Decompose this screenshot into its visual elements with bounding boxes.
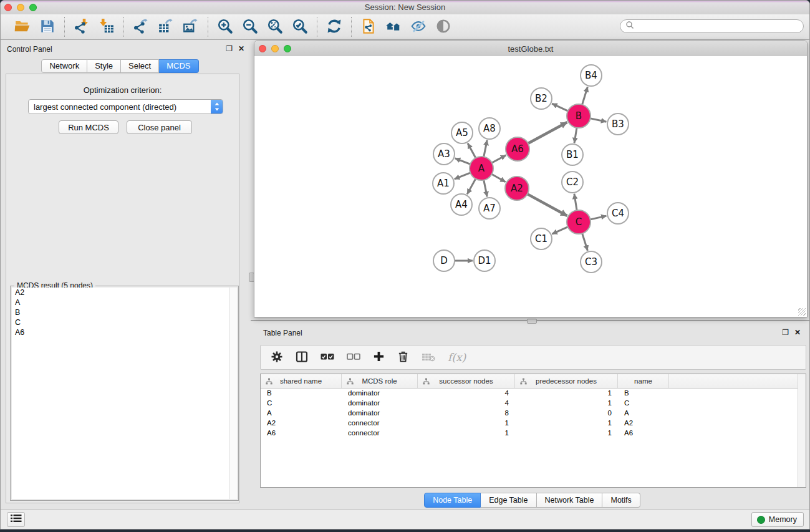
search-box[interactable]: [620, 19, 804, 33]
edge-B-B2[interactable]: [552, 104, 568, 111]
table-scrollbar[interactable]: [798, 374, 806, 487]
memory-button[interactable]: Memory: [751, 512, 804, 527]
export-network-button[interactable]: [130, 17, 152, 37]
control-panel-header: Control Panel ❐ ✕: [1, 40, 249, 59]
edge-B-B4[interactable]: [582, 87, 587, 105]
mcds-result-item[interactable]: A2: [12, 288, 229, 297]
column-header-name[interactable]: name: [618, 374, 669, 388]
edge-A-A2[interactable]: [491, 174, 506, 182]
status-bar: Memory: [1, 509, 809, 529]
result-list-scrollbar[interactable]: [229, 288, 237, 499]
show-columns-button[interactable]: [296, 351, 308, 365]
import-network-button[interactable]: [71, 17, 92, 37]
float-table-panel-icon[interactable]: ❐: [782, 328, 789, 337]
run-mcds-button[interactable]: Run MCDS: [59, 120, 118, 134]
select-all-rows-button[interactable]: [321, 352, 334, 363]
network-window-titlebar[interactable]: testGlobe.txt: [254, 41, 807, 57]
table-row[interactable]: Bdominator41B: [261, 388, 798, 398]
column-type-icon: [347, 378, 354, 386]
export-table-icon: [158, 18, 174, 36]
close-table-panel-icon[interactable]: ✕: [794, 328, 801, 337]
table-settings-button[interactable]: [271, 351, 283, 365]
edge-C-C4[interactable]: [590, 216, 607, 220]
edge-A-A1[interactable]: [455, 173, 471, 179]
table-cell: A6: [618, 429, 669, 437]
edge-A-A5[interactable]: [468, 143, 476, 158]
tab-network[interactable]: Network: [41, 59, 87, 73]
mcds-result-item[interactable]: C: [12, 317, 229, 327]
float-panel-icon[interactable]: ❐: [226, 44, 233, 53]
save-session-icon: [39, 18, 55, 36]
deselect-all-rows-button[interactable]: [347, 352, 360, 363]
criterion-dropdown[interactable]: largest connected component (directed): [28, 99, 223, 114]
table-row[interactable]: Adominator80A: [261, 408, 798, 418]
edge-A-A8[interactable]: [484, 140, 488, 158]
tab-mcds[interactable]: MCDS: [159, 59, 198, 73]
column-header-MCDS-role[interactable]: MCDS role: [342, 374, 418, 388]
close-panel-button[interactable]: Close panel: [127, 120, 192, 134]
network-from-document-button[interactable]: [358, 17, 379, 37]
refresh-view-button[interactable]: [324, 17, 345, 37]
zoom-out-button[interactable]: [239, 17, 261, 37]
column-header-successor-nodes[interactable]: successor nodes: [418, 374, 515, 388]
tab-node-table[interactable]: Node Table: [424, 493, 481, 508]
export-table-button[interactable]: [155, 17, 176, 37]
table-cell: 0: [515, 409, 618, 417]
mcds-result-item[interactable]: A6: [12, 327, 229, 337]
network-canvas[interactable]: B4B2BB3A5A8A6A3B1AA1C2A2A4A7C4CC1C3DD1: [254, 56, 807, 317]
table-row[interactable]: Cdominator41C: [261, 398, 798, 408]
show-graphics-details-button[interactable]: [433, 17, 454, 37]
zoom-selected-button[interactable]: [289, 17, 311, 37]
mcds-result-item[interactable]: A: [12, 297, 229, 307]
open-file-button[interactable]: [12, 17, 33, 37]
mcds-result-list[interactable]: A2ABCA6: [12, 288, 229, 499]
edge-A-A3[interactable]: [455, 158, 471, 165]
export-image-button[interactable]: [180, 17, 201, 37]
edge-C-C1[interactable]: [552, 226, 568, 234]
edge-A2-C[interactable]: [527, 194, 567, 216]
import-table-button[interactable]: [96, 17, 117, 37]
node-label-A7: A7: [483, 203, 496, 214]
table-body: Bdominator41BCdominator41CAdominator80AA…: [261, 388, 798, 487]
delete-column-button[interactable]: [397, 351, 409, 364]
horizontal-split-handle[interactable]: [527, 319, 537, 324]
tab-motifs[interactable]: Motifs: [602, 493, 640, 508]
toolbar-group: [351, 17, 460, 37]
resize-grip[interactable]: [798, 308, 806, 316]
table-row[interactable]: A2connector11A2: [261, 418, 798, 428]
table-cell: C: [261, 399, 342, 407]
column-header-predecessor-nodes[interactable]: predecessor nodes: [515, 374, 618, 388]
tab-edge-table[interactable]: Edge Table: [481, 493, 536, 508]
edge-B-B1[interactable]: [574, 127, 577, 143]
zoom-selected-icon: [292, 18, 308, 36]
save-session-button[interactable]: [37, 17, 58, 37]
table-cell: connector: [342, 429, 418, 437]
close-panel-icon[interactable]: ✕: [238, 44, 244, 53]
tab-network-table[interactable]: Network Table: [537, 493, 603, 508]
table-row[interactable]: A6connector11A6: [261, 428, 798, 438]
edge-C-C2[interactable]: [574, 194, 577, 211]
apply-function-button: f(x): [448, 351, 466, 364]
hide-selected-button[interactable]: [408, 17, 429, 37]
tab-style[interactable]: Style: [87, 59, 121, 73]
network-view-window: testGlobe.txt B4B2BB3A5A8A6A3B1AA1C2A2A4…: [254, 41, 808, 317]
toolbar-group: [64, 17, 123, 37]
first-neighbors-icon: [385, 18, 402, 36]
first-neighbors-button[interactable]: [383, 17, 404, 37]
list-icon: [11, 514, 22, 525]
zoom-in-button[interactable]: [215, 17, 236, 37]
zoom-fit-button[interactable]: [264, 17, 286, 37]
node-label-D: D: [440, 255, 448, 266]
edge-A-A6[interactable]: [491, 155, 506, 163]
search-input[interactable]: [637, 21, 803, 31]
edge-A6-B[interactable]: [528, 122, 567, 143]
tab-select[interactable]: Select: [121, 59, 159, 73]
edge-A-A4[interactable]: [467, 178, 476, 195]
edge-A-A7[interactable]: [484, 180, 488, 197]
add-column-button[interactable]: [373, 351, 385, 364]
edge-B-B3[interactable]: [590, 118, 607, 122]
mcds-result-item[interactable]: B: [12, 307, 229, 317]
edge-C-C3[interactable]: [582, 233, 587, 251]
column-header-shared-name[interactable]: shared name: [261, 374, 342, 388]
task-history-button[interactable]: [7, 512, 25, 527]
